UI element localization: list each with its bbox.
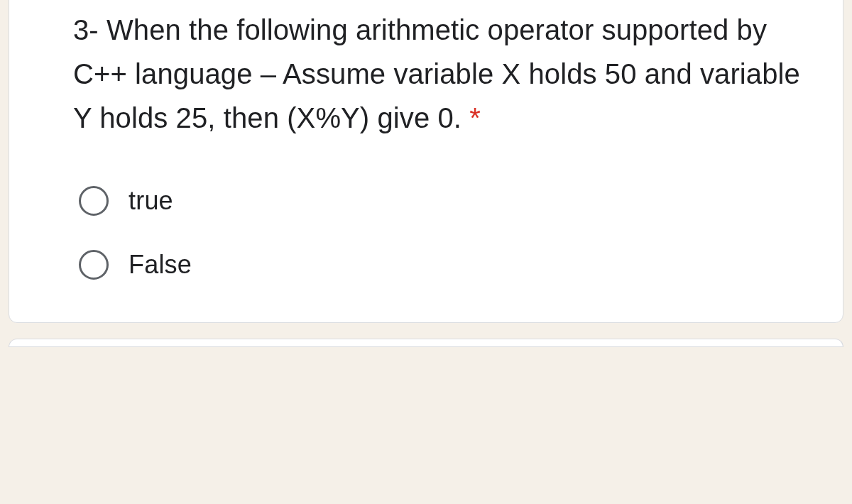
required-asterisk: * (469, 102, 481, 133)
radio-icon[interactable] (79, 250, 109, 280)
option-true[interactable]: true (79, 186, 800, 216)
option-label: False (129, 250, 192, 280)
radio-icon[interactable] (79, 186, 109, 216)
question-card: 3- When the following arithmetic operato… (9, 0, 843, 323)
option-false[interactable]: False (79, 250, 800, 280)
option-label: true (129, 186, 173, 216)
question-text: 3- When the following arithmetic operato… (73, 8, 800, 140)
options-container: true False (73, 186, 800, 280)
next-card-top (9, 339, 843, 347)
question-body: 3- When the following arithmetic operato… (73, 14, 800, 133)
